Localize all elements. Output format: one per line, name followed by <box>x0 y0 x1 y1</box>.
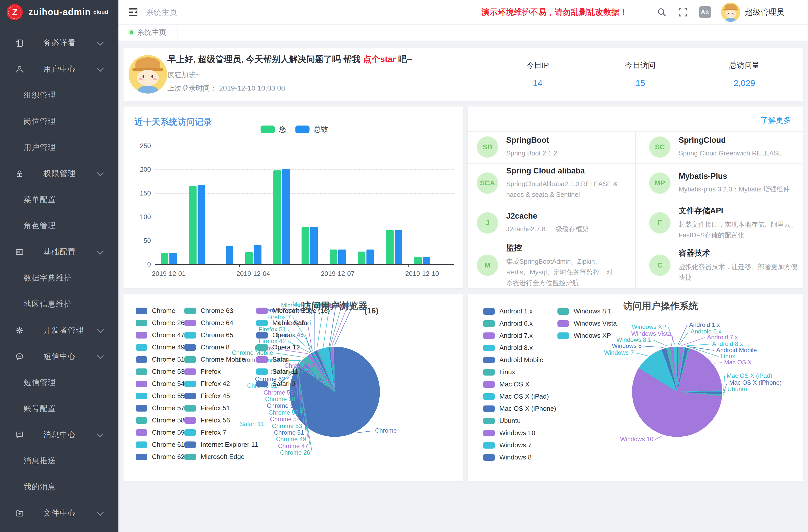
legend-item-Firefox 56[interactable]: Firefox 56 <box>184 416 230 424</box>
sidebar-item-文件中心[interactable]: 文件中心 <box>0 500 118 526</box>
legend-item-Chrome Mobile[interactable]: Chrome Mobile <box>184 355 245 363</box>
language-icon[interactable]: A文 <box>699 6 711 18</box>
legend-item-Mobile Safari[interactable]: Mobile Safari <box>256 319 311 327</box>
legend-item-Windows 7[interactable]: Windows 7 <box>483 441 532 449</box>
legend-item-Firefox 45[interactable]: Firefox 45 <box>184 392 230 400</box>
legend-item-Chrome 64[interactable]: Chrome 64 <box>184 319 233 327</box>
legend-item-Opera[interactable]: Opera <box>256 331 291 339</box>
legend-item-总数[interactable]: 总数 <box>295 124 328 134</box>
legend-item-Firefox 51[interactable]: Firefox 51 <box>184 404 230 412</box>
legend-item-Windows XP[interactable]: Windows XP <box>557 332 611 340</box>
pie-label-Chrome 55: Chrome 55 <box>268 409 298 416</box>
legend-item-Firefox 42[interactable]: Firefox 42 <box>184 380 230 388</box>
legend-item-Android 1.x[interactable]: Android 1.x <box>483 307 533 315</box>
legend-item-Chrome 8[interactable]: Chrome 8 <box>184 343 229 351</box>
legend-item-Mac OS X[interactable]: Mac OS X <box>483 380 529 388</box>
sidebar-item-数据字典维护[interactable]: 数据字典维护 <box>0 265 118 291</box>
tech-item-Mybatis-Plus[interactable]: MPMybatis-PlusMybatis-plus 3.2.0：Mybatis… <box>649 163 799 203</box>
sidebar-item-务必详看[interactable]: 务必详看 <box>0 30 118 56</box>
sidebar-item-基础配置[interactable]: 基础配置 <box>0 239 118 265</box>
legend-item-Chrome 26[interactable]: Chrome 26 <box>136 319 185 327</box>
sidebar-item-账号配置[interactable]: 账号配置 <box>0 396 118 422</box>
x-axis-tick-label: 2019-12-07 <box>310 270 366 278</box>
legend-item-Chrome 51[interactable]: Chrome 51 <box>136 355 185 363</box>
tech-item-SpringCloud[interactable]: SCSpringCloudSpring Cloud Greenwich.RELE… <box>649 131 799 163</box>
legend-item-Ubuntu[interactable]: Ubuntu <box>483 417 521 425</box>
sidebar-item-短信管理[interactable]: 短信管理 <box>0 369 118 396</box>
tab-system-home[interactable]: 系统主页 <box>118 24 178 40</box>
sidebar-item-消息中心[interactable]: 消息中心 <box>0 422 118 448</box>
bar-chart-legend: 您总数 <box>261 124 328 134</box>
legend-item-Chrome 53[interactable]: Chrome 53 <box>136 368 185 375</box>
legend-item-Safari[interactable]: Safari <box>256 355 290 363</box>
legend-item-Microsoft Edge[interactable]: Microsoft Edge <box>184 453 244 461</box>
legend-item-Chrome 54[interactable]: Chrome 54 <box>136 380 185 388</box>
x-axis-tick <box>239 264 240 267</box>
y-axis-tick-label: 50 <box>133 237 151 245</box>
legend-item-Chrome[interactable]: Chrome <box>136 307 175 315</box>
sidebar-item-开发者管理[interactable]: 开发者管理 <box>0 317 118 343</box>
legend-item-Windows 8[interactable]: Windows 8 <box>483 453 532 461</box>
legend-item-Chrome 49[interactable]: Chrome 49 <box>136 343 185 351</box>
legend-item-Mac OS X (iPad)[interactable]: Mac OS X (iPad) <box>483 392 549 400</box>
sidebar-item-短信中心[interactable]: 短信中心 <box>0 343 118 369</box>
logo[interactable]: Z zuihou-admin cloud <box>0 0 118 24</box>
legend-item-Safari 11[interactable]: Safari 11 <box>256 368 298 375</box>
logo-icon: Z <box>6 4 23 20</box>
legend-item-Firefox[interactable]: Firefox <box>184 368 221 375</box>
legend-item-Android 8.x[interactable]: Android 8.x <box>483 344 533 352</box>
learn-more-link[interactable]: 了解更多 <box>760 115 791 126</box>
legend-item-Chrome 61[interactable]: Chrome 61 <box>136 441 185 448</box>
legend-item-您[interactable]: 您 <box>261 124 286 134</box>
legend-item-Safari 9[interactable]: Safari 9 <box>256 380 295 388</box>
tech-item-Spring Cloud alibaba[interactable]: SCASpring Cloud alibabaSpringCloudAlibab… <box>477 163 619 203</box>
legend-item-Android Mobile[interactable]: Android Mobile <box>483 356 543 364</box>
sidebar-item-岗位管理[interactable]: 岗位管理 <box>0 108 118 134</box>
sms-icon <box>15 352 24 361</box>
username[interactable]: 超级管理员 <box>745 7 784 18</box>
sidebar-item-组织管理[interactable]: 组织管理 <box>0 82 118 108</box>
legend-item-Chrome 59[interactable]: Chrome 59 <box>136 428 185 436</box>
tech-item-J2cache[interactable]: JJ2cacheJ2cache2.7.8: 二级缓存框架 <box>477 203 619 243</box>
greeting-subtitle: 疯狂加班~ <box>167 70 200 80</box>
legend-item-Linux[interactable]: Linux <box>483 368 515 376</box>
legend-item-Chrome 65[interactable]: Chrome 65 <box>184 331 233 339</box>
legend-item-Chrome 63[interactable]: Chrome 63 <box>184 307 233 315</box>
sidebar-item-用户管理[interactable]: 用户管理 <box>0 134 118 161</box>
pie-label-Android 8.x: Android 8.x <box>712 340 743 347</box>
tech-item-监控[interactable]: M监控集成SpringBootAdmin、Zipkin、Redis、Mysql、… <box>477 243 619 288</box>
legend-item-Opera 12[interactable]: Opera 12 <box>256 343 300 351</box>
legend-item-Internet Explorer 11[interactable]: Internet Explorer 11 <box>184 441 258 448</box>
legend-item-Windows 10[interactable]: Windows 10 <box>483 429 535 437</box>
star-link[interactable]: 点个star <box>363 54 396 64</box>
sidebar-item-地区信息维护[interactable]: 地区信息维护 <box>0 291 118 317</box>
legend-item-Chrome 55[interactable]: Chrome 55 <box>136 392 185 400</box>
legend-item-Chrome 47[interactable]: Chrome 47 <box>136 331 185 339</box>
legend-label: Chrome 65 <box>201 331 233 339</box>
fullscreen-icon[interactable] <box>678 7 688 17</box>
legend-item-Windows Vista[interactable]: Windows Vista <box>557 319 617 327</box>
legend-item-Chrome 58[interactable]: Chrome 58 <box>136 416 185 424</box>
legend-item-Android 6.x[interactable]: Android 6.x <box>483 319 533 327</box>
legend-item-Chrome 57[interactable]: Chrome 57 <box>136 404 185 412</box>
sidebar-item-消息推送[interactable]: 消息推送 <box>0 448 118 474</box>
tech-desc: Spring Boot 2.1.2 <box>506 148 557 159</box>
tech-stack-card: 了解更多 SBSpringBootSpring Boot 2.1.2SCSpri… <box>468 107 803 288</box>
tech-item-SpringBoot[interactable]: SBSpringBootSpring Boot 2.1.2 <box>477 131 619 163</box>
collapse-menu-icon[interactable] <box>128 6 139 18</box>
sidebar-item-我的消息[interactable]: 我的消息 <box>0 474 118 500</box>
legend-item-Mac OS X (iPhone)[interactable]: Mac OS X (iPhone) <box>483 405 556 412</box>
legend-item-Android 7.x[interactable]: Android 7.x <box>483 332 533 340</box>
sidebar-item-用户中心[interactable]: 用户中心 <box>0 56 118 82</box>
search-icon[interactable] <box>657 7 667 17</box>
legend-item-Chrome 62[interactable]: Chrome 62 <box>136 453 185 461</box>
user-avatar[interactable] <box>721 2 740 22</box>
tech-item-文件存储API[interactable]: F文件存储API封装文件接口，实现本地存储、阿里云、FastDFS存储的配置化 <box>649 203 799 243</box>
tech-item-容器技术[interactable]: C容器技术虚拟化容器技术，让迁移、部署更加方便快捷 <box>649 243 799 288</box>
sidebar-item-角色管理[interactable]: 角色管理 <box>0 213 118 239</box>
legend-item-Firefox 7[interactable]: Firefox 7 <box>184 428 226 436</box>
sidebar-item-权限管理[interactable]: 权限管理 <box>0 161 118 187</box>
pie-label-Android 7.x: Android 7.x <box>707 334 738 341</box>
sidebar-item-菜单配置[interactable]: 菜单配置 <box>0 187 118 213</box>
legend-label: Internet Explorer 11 <box>201 441 258 448</box>
